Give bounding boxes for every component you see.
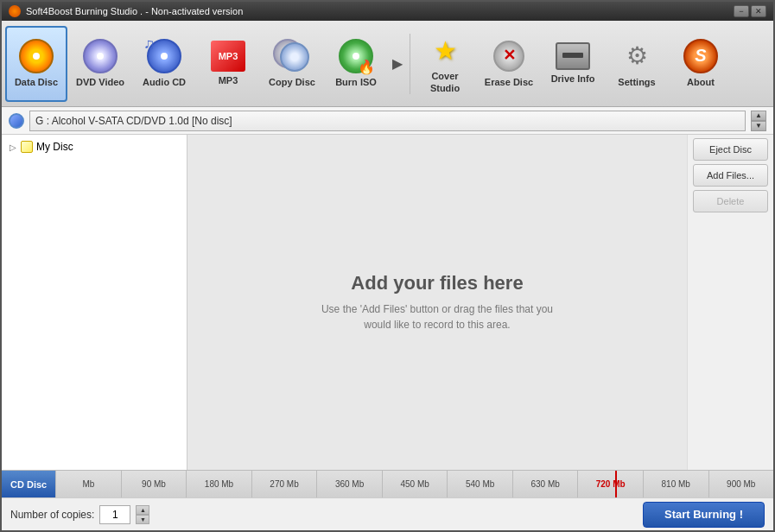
mark-4: 360 Mb (316, 471, 382, 498)
mark-9: 810 Mb (643, 471, 708, 498)
file-tree: ▷ My Disc (2, 135, 187, 470)
add-files-button[interactable]: Add Files... (693, 164, 768, 187)
capacity-used-indicator (615, 471, 617, 498)
toolbar-btn-about[interactable]: S About (670, 26, 732, 102)
close-button[interactable]: ✕ (751, 5, 766, 17)
minimize-button[interactable]: − (734, 5, 749, 17)
burn-iso-icon-wrap: 🔥 (339, 39, 373, 73)
toolbar-label-dvd-video: DVD Video (76, 77, 124, 88)
toolbar-label-drive-info: Drive Info (551, 73, 595, 85)
mark-10: 900 Mb (708, 471, 774, 498)
about-letter: S (695, 46, 706, 66)
toolbar-label-audio-cd: Audio CD (143, 77, 186, 88)
drive-arrow-down[interactable]: ▼ (751, 121, 766, 131)
titlebar: Soft4Boost Burning Studio . - Non-activa… (2, 2, 773, 21)
toolbar-btn-burn-iso[interactable]: 🔥 Burn ISO (325, 26, 387, 102)
toolbar-label-mp3: MP3 (219, 75, 238, 86)
start-burning-button[interactable]: Start Burning ! (643, 502, 765, 528)
drop-zone-subtitle: Use the 'Add Files' button or drag the f… (308, 301, 567, 332)
mark-3: 270 Mb (251, 471, 317, 498)
copies-label: Number of copies: (10, 509, 94, 521)
eject-disc-button[interactable]: Eject Disc (693, 138, 768, 161)
bottom-bar: Number of copies: ▲ ▼ Start Burning ! (2, 497, 773, 530)
disc-type-label: CD Disc (2, 471, 55, 498)
content-area: G : Alcohol V-SATA CD/DVD 1.0d [No disc]… (2, 107, 773, 530)
folder-icon (21, 141, 33, 153)
drop-zone: Add your files here Use the 'Add Files' … (187, 135, 687, 470)
toolbar-btn-data-disc[interactable]: Data Disc (5, 26, 67, 102)
drive-icon (9, 113, 24, 129)
drive-slot (562, 53, 583, 58)
tree-item-my-disc[interactable]: ▷ My Disc (2, 138, 187, 155)
toolbar-label-copy-disc: Copy Disc (269, 77, 315, 88)
side-buttons: Eject Disc Add Files... Delete (687, 135, 773, 470)
copies-spinner: ▲ ▼ (136, 505, 149, 524)
copy-disc-icon-front (280, 42, 309, 72)
status-bar: CD Disc Mb 90 Mb 180 Mb 270 Mb 360 Mb 45… (2, 470, 773, 497)
delete-button[interactable]: Delete (693, 190, 768, 212)
gear-icon: ⚙ (626, 41, 648, 70)
copies-control: Number of copies: ▲ ▼ (10, 505, 149, 524)
mark-7: 630 Mb (512, 471, 578, 498)
toolbar-label-data-disc: Data Disc (15, 77, 58, 88)
toolbar-btn-drive-info[interactable]: Drive Info (542, 26, 604, 102)
toolbar-btn-mp3[interactable]: MP3 MP3 (197, 26, 259, 102)
toolbar-btn-cover-studio[interactable]: ★ Cover Studio (414, 26, 476, 102)
erase-x-icon: ✕ (503, 46, 516, 65)
titlebar-controls: − ✕ (734, 5, 766, 17)
main-window: Soft4Boost Burning Studio . - Non-activa… (0, 0, 775, 532)
main-panel: ▷ My Disc Add your files here Use the 'A… (2, 135, 773, 470)
star-icon: ★ (434, 35, 457, 66)
toolbar-more-button[interactable]: ▶ (389, 26, 406, 102)
data-disc-icon (19, 39, 54, 73)
toolbar-btn-settings[interactable]: ⚙ Settings (606, 26, 668, 102)
about-icon: S (683, 39, 718, 73)
toolbar-btn-dvd-video[interactable]: DVD Video (69, 26, 131, 102)
toolbar-btn-copy-disc[interactable]: Copy Disc (261, 26, 323, 102)
drive-arrow: ▲ ▼ (751, 111, 766, 131)
mark-0: Mb (55, 471, 121, 498)
app-icon (9, 5, 21, 17)
drive-select[interactable]: G : Alcohol V-SATA CD/DVD 1.0d [No disc] (29, 111, 746, 131)
settings-icon: ⚙ (619, 39, 654, 73)
drive-bar: G : Alcohol V-SATA CD/DVD 1.0d [No disc]… (2, 107, 773, 135)
flame-icon: 🔥 (358, 59, 375, 75)
toolbar: Data Disc DVD Video ♫ Audio CD MP3 MP3 C (2, 21, 773, 107)
mp3-icon: MP3 (211, 41, 245, 72)
toolbar-label-cover-studio: Cover Studio (418, 71, 472, 93)
note-icon: ♫ (143, 35, 156, 54)
tree-item-label: My Disc (36, 141, 73, 153)
mark-5: 450 Mb (382, 471, 448, 498)
drive-arrow-up[interactable]: ▲ (751, 111, 766, 121)
cover-studio-icon: ★ (428, 33, 462, 67)
tree-expander-icon: ▷ (9, 142, 17, 151)
erase-disc-icon-wrap: ✕ (492, 39, 526, 73)
toolbar-label-erase-disc: Erase Disc (485, 77, 533, 88)
drop-zone-title: Add your files here (351, 272, 523, 294)
toolbar-label-burn-iso: Burn ISO (335, 77, 377, 88)
copies-spin-down[interactable]: ▼ (136, 515, 149, 524)
mark-1: 90 Mb (121, 471, 187, 498)
audio-cd-icon-wrap: ♫ (147, 39, 181, 73)
mark-2: 180 Mb (186, 471, 251, 498)
mark-8: 720 Mb (577, 471, 643, 498)
toolbar-label-about: About (687, 77, 715, 88)
dvd-video-icon (83, 39, 118, 73)
copies-input[interactable] (99, 505, 130, 524)
copies-spin-up[interactable]: ▲ (136, 505, 149, 515)
capacity-marks: Mb 90 Mb 180 Mb 270 Mb 360 Mb 450 Mb 540… (55, 471, 773, 498)
window-title: Soft4Boost Burning Studio . - Non-activa… (26, 6, 243, 16)
toolbar-btn-audio-cd[interactable]: ♫ Audio CD (133, 26, 195, 102)
copy-disc-icon-wrap (273, 39, 311, 73)
capacity-bar: Mb 90 Mb 180 Mb 270 Mb 360 Mb 450 Mb 540… (55, 471, 773, 498)
drive-info-icon (556, 42, 590, 70)
toolbar-separator (410, 34, 410, 94)
toolbar-btn-erase-disc[interactable]: ✕ Erase Disc (478, 26, 540, 102)
titlebar-left: Soft4Boost Burning Studio . - Non-activa… (9, 5, 243, 17)
mark-6: 540 Mb (447, 471, 512, 498)
toolbar-label-settings: Settings (618, 77, 655, 88)
